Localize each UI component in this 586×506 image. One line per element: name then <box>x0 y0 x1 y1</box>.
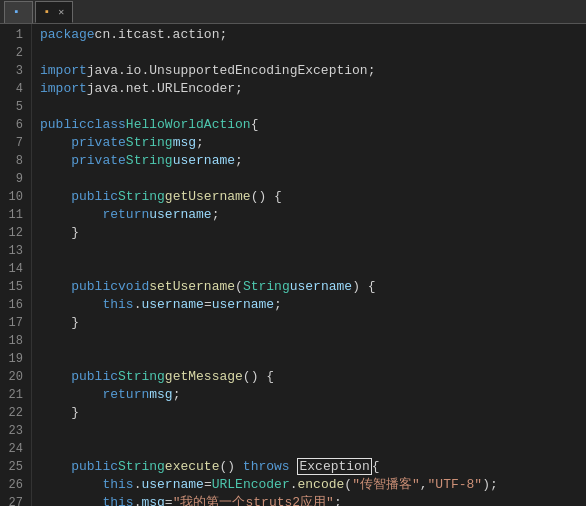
line-number-15: 15 <box>0 278 23 296</box>
line-number-10: 10 <box>0 188 23 206</box>
line-number-1: 1 <box>0 26 23 44</box>
code-line-7: private String msg; <box>40 134 586 152</box>
code-line-26: this.username = URLEncoder.encode("传智播客"… <box>40 476 586 494</box>
code-line-4: import java.net.URLEncoder; <box>40 80 586 98</box>
line-numbers: 1234567891011121314151617181920212223242… <box>0 24 32 506</box>
code-line-18 <box>40 332 586 350</box>
line-number-25: 25 <box>0 458 23 476</box>
line-number-5: 5 <box>0 98 23 116</box>
code-line-19 <box>40 350 586 368</box>
code-line-16: this.username = username; <box>40 296 586 314</box>
code-line-6: public class HelloWorldAction { <box>40 116 586 134</box>
line-number-24: 24 <box>0 440 23 458</box>
line-number-21: 21 <box>0 386 23 404</box>
code-line-25: public String execute() throws Exception… <box>40 458 586 476</box>
line-number-3: 3 <box>0 62 23 80</box>
line-number-6: 6 <box>0 116 23 134</box>
code-line-2 <box>40 44 586 62</box>
line-number-23: 23 <box>0 422 23 440</box>
code-line-11: return username; <box>40 206 586 224</box>
xml-file-icon: ▪ <box>13 6 20 18</box>
code-line-8: private String username; <box>40 152 586 170</box>
line-number-7: 7 <box>0 134 23 152</box>
code-content[interactable]: package cn.itcast.action; import java.io… <box>32 24 586 506</box>
code-line-13 <box>40 242 586 260</box>
line-number-22: 22 <box>0 404 23 422</box>
code-line-15: public void setUsername(String username)… <box>40 278 586 296</box>
tab-struts[interactable]: ▪ <box>4 1 33 23</box>
code-line-21: return msg; <box>40 386 586 404</box>
line-number-13: 13 <box>0 242 23 260</box>
line-number-8: 8 <box>0 152 23 170</box>
editor-area: 1234567891011121314151617181920212223242… <box>0 24 586 506</box>
code-line-17: } <box>40 314 586 332</box>
code-line-1: package cn.itcast.action; <box>40 26 586 44</box>
line-number-18: 18 <box>0 332 23 350</box>
tab-hello[interactable]: ▪ ✕ <box>35 1 74 23</box>
code-line-27: this.msg = "我的第一个struts2应用"; <box>40 494 586 506</box>
code-line-10: public String getUsername() { <box>40 188 586 206</box>
line-number-14: 14 <box>0 260 23 278</box>
code-line-9 <box>40 170 586 188</box>
code-line-23 <box>40 422 586 440</box>
code-line-14 <box>40 260 586 278</box>
line-number-26: 26 <box>0 476 23 494</box>
close-icon[interactable]: ✕ <box>58 6 64 18</box>
line-number-2: 2 <box>0 44 23 62</box>
code-line-3: import java.io.UnsupportedEncodingExcept… <box>40 62 586 80</box>
code-line-12: } <box>40 224 586 242</box>
line-number-9: 9 <box>0 170 23 188</box>
line-number-11: 11 <box>0 206 23 224</box>
code-line-24 <box>40 440 586 458</box>
line-number-27: 27 <box>0 494 23 506</box>
line-number-12: 12 <box>0 224 23 242</box>
code-line-5 <box>40 98 586 116</box>
java-file-icon: ▪ <box>44 6 51 18</box>
line-number-4: 4 <box>0 80 23 98</box>
line-number-19: 19 <box>0 350 23 368</box>
code-line-22: } <box>40 404 586 422</box>
tab-bar: ▪ ▪ ✕ <box>0 0 586 24</box>
code-line-20: public String getMessage() { <box>40 368 586 386</box>
line-number-20: 20 <box>0 368 23 386</box>
line-number-16: 16 <box>0 296 23 314</box>
line-number-17: 17 <box>0 314 23 332</box>
